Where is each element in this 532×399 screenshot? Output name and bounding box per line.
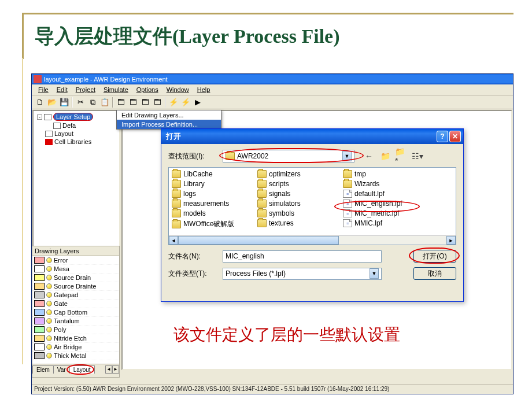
layer-row[interactable]: Air Bridge <box>32 343 119 352</box>
file-item[interactable]: MWOffice破解版 <box>171 219 257 229</box>
file-item[interactable]: measurements <box>171 200 257 208</box>
tb-box3[interactable]: 🗔 <box>139 97 151 108</box>
folder-icon <box>172 209 181 217</box>
tb-new[interactable]: 🗋 <box>34 97 46 108</box>
tree-expand-icon[interactable]: - <box>37 114 42 120</box>
file-item[interactable]: simulators <box>257 200 342 208</box>
visibility-bulb-icon[interactable] <box>46 353 52 359</box>
menu-file[interactable]: File <box>34 86 53 94</box>
tree-layout[interactable]: Layout <box>54 130 73 137</box>
tb-cut[interactable]: ✂ <box>75 97 86 108</box>
file-item[interactable]: ≡MIC_metric.lpf <box>342 209 428 217</box>
file-item[interactable]: textures <box>257 219 342 227</box>
menu-help[interactable]: Help <box>193 86 215 94</box>
visibility-bulb-icon[interactable] <box>46 318 52 324</box>
layer-row[interactable]: Thick Metal <box>32 352 119 360</box>
visibility-bulb-icon[interactable] <box>46 309 52 315</box>
file-item[interactable]: symbols <box>257 209 342 217</box>
tb-box1[interactable]: 🗔 <box>115 97 127 108</box>
file-item-label: MIC_metric.lpf <box>354 209 399 217</box>
visibility-bulb-icon[interactable] <box>46 301 52 306</box>
tab-elem[interactable]: Elem <box>32 365 54 374</box>
layer-row[interactable]: Error <box>32 256 119 265</box>
file-item[interactable]: ≡default.lpf <box>342 190 428 198</box>
back-button[interactable]: ← <box>363 150 375 162</box>
folder-icon <box>172 220 181 228</box>
tb-paste[interactable]: 📋 <box>99 97 110 108</box>
file-item[interactable]: ≡MIC_english.lpf <box>342 200 428 208</box>
tree-defa[interactable]: Defa <box>62 122 76 129</box>
tb-play[interactable]: ▶ <box>192 97 204 108</box>
tb-copy[interactable]: ⧉ <box>87 97 98 108</box>
tb-save[interactable]: 💾 <box>58 97 70 108</box>
tree-layer-setup[interactable]: Layer Setup <box>53 113 93 121</box>
visibility-bulb-icon[interactable] <box>46 266 52 272</box>
file-item[interactable]: optimizers <box>257 170 342 178</box>
filename-input[interactable]: MIC_english <box>223 250 382 263</box>
menu-window[interactable]: Window <box>162 86 193 94</box>
menu-project[interactable]: Project <box>72 86 99 94</box>
tree-cell-libs[interactable]: Cell Libraries <box>54 138 91 145</box>
filetype-combo[interactable]: Process Files (*.lpf) ▼ <box>223 268 382 280</box>
lpf-file-icon: ≡ <box>343 219 352 227</box>
layer-row[interactable]: Gate <box>32 300 119 308</box>
tb-box2[interactable]: 🗔 <box>127 97 139 108</box>
scroll-thumb[interactable] <box>178 236 339 245</box>
new-folder-button[interactable]: 📁* <box>395 150 408 162</box>
tab-layout[interactable]: Layout <box>69 365 95 374</box>
look-in-combo[interactable]: AWR2002 ▼ <box>223 150 354 162</box>
cancel-button[interactable]: 取消 <box>413 267 456 280</box>
tb-box4[interactable]: 🗔 <box>152 97 163 108</box>
layers-list[interactable]: ErrorMesaSource DrainSource DrainteGatep… <box>32 256 119 364</box>
close-button[interactable]: ✕ <box>449 131 461 142</box>
chevron-down-icon[interactable]: ▼ <box>342 151 352 161</box>
visibility-bulb-icon[interactable] <box>46 344 52 350</box>
tb-run[interactable]: ⚡ <box>168 97 179 108</box>
file-item[interactable]: Wizards <box>342 180 428 188</box>
file-item[interactable]: LibCache <box>171 170 257 178</box>
layer-row[interactable]: Cap Bottom <box>32 308 119 317</box>
tb-open[interactable]: 📂 <box>46 97 58 108</box>
tab-scroll-right[interactable]: ► <box>112 365 119 374</box>
file-item[interactable]: tmp <box>342 170 428 178</box>
chevron-down-icon[interactable]: ▼ <box>370 268 379 279</box>
menu-edit-drawing-layers[interactable]: Edit Drawing Layers... <box>117 110 221 120</box>
visibility-bulb-icon[interactable] <box>46 275 52 280</box>
view-menu-button[interactable]: ☷▾ <box>411 150 424 162</box>
scroll-left-icon[interactable]: ◄ <box>169 236 178 245</box>
tab-scroll-left[interactable]: ◄ <box>105 365 112 374</box>
layer-swatch <box>34 257 45 264</box>
tb-tune[interactable]: ⚡ <box>180 97 191 108</box>
up-button[interactable]: 📁 <box>379 150 391 162</box>
file-list[interactable]: LibCacheLibrarylogsmeasurementsmodelsMWO… <box>168 167 456 245</box>
layer-name: Nitride Etch <box>54 335 87 342</box>
visibility-bulb-icon[interactable] <box>46 283 52 289</box>
menu-options[interactable]: Options <box>132 86 162 94</box>
layer-row[interactable]: Source Drainte <box>32 282 119 291</box>
file-item[interactable]: scripts <box>257 180 342 188</box>
menu-import-process-definition[interactable]: Import Process Definition... <box>117 120 221 129</box>
file-item[interactable]: logs <box>171 190 257 198</box>
folder-icon <box>257 170 267 178</box>
file-item[interactable]: signals <box>257 190 342 198</box>
file-item[interactable]: models <box>171 209 257 217</box>
layer-row[interactable]: Mesa <box>32 265 119 274</box>
layer-row[interactable]: Nitride Etch <box>32 334 119 343</box>
visibility-bulb-icon[interactable] <box>46 257 52 263</box>
file-item[interactable]: ≡MMIC.lpf <box>342 219 428 227</box>
layer-row[interactable]: Poly <box>32 326 119 334</box>
visibility-bulb-icon[interactable] <box>46 292 52 298</box>
layer-row[interactable]: Tantalum <box>32 317 119 326</box>
layer-row[interactable]: Source Drain <box>32 274 119 282</box>
menu-simulate[interactable]: Simulate <box>99 86 132 94</box>
hscrollbar[interactable]: ◄ ► <box>169 235 456 245</box>
tab-var[interactable]: Var <box>53 365 70 374</box>
menu-edit[interactable]: Edit <box>53 86 72 94</box>
help-button[interactable]: ? <box>437 131 448 142</box>
open-button[interactable]: 打开(O) <box>413 250 456 263</box>
layer-row[interactable]: Gatepad <box>32 291 119 300</box>
file-item[interactable]: Library <box>171 180 257 188</box>
visibility-bulb-icon[interactable] <box>46 335 52 341</box>
scroll-right-icon[interactable]: ► <box>446 236 456 245</box>
visibility-bulb-icon[interactable] <box>46 327 52 332</box>
